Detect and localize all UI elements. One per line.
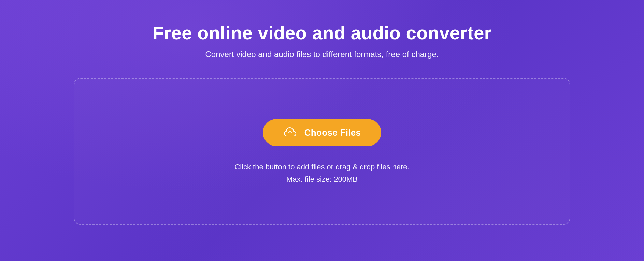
choose-files-label: Choose Files	[304, 127, 361, 138]
file-dropzone[interactable]: Choose Files Click the button to add fil…	[74, 78, 570, 225]
main-container: Free online video and audio converter Co…	[0, 0, 644, 261]
header: Free online video and audio converter Co…	[153, 22, 492, 59]
dropzone-hint-text: Click the button to add files or drag & …	[234, 163, 409, 171]
choose-files-button[interactable]: Choose Files	[263, 119, 381, 146]
page-title: Free online video and audio converter	[153, 22, 492, 43]
page-subtitle: Convert video and audio files to differe…	[153, 50, 492, 59]
dropzone-max-size-text: Max. file size: 200MB	[286, 175, 358, 184]
cloud-upload-icon	[283, 127, 297, 138]
